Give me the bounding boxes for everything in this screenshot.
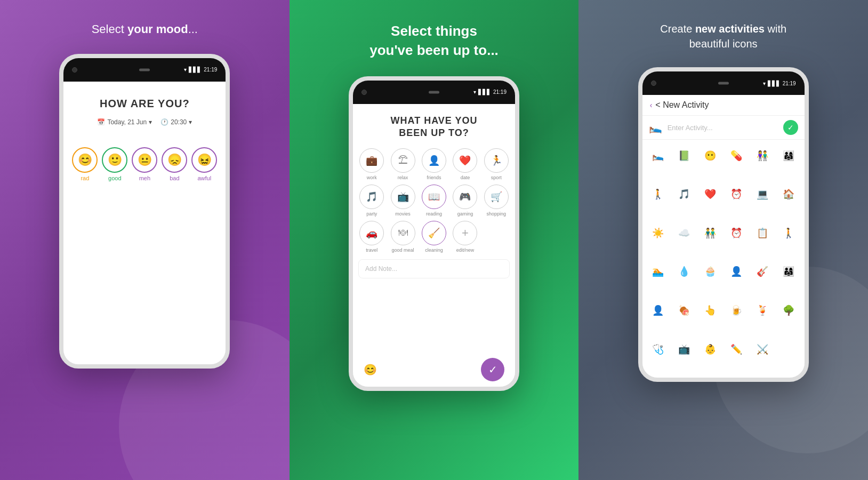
- activity-goodmeal[interactable]: 🍽 good meal: [389, 221, 416, 253]
- mood-emoji-row: 😊 rad 🙂 good 😐 meh 😞 bad: [72, 147, 217, 181]
- icon-music[interactable]: 🎵: [672, 182, 697, 207]
- activities-confirm-button[interactable]: ✓: [481, 358, 504, 381]
- activity-editnew[interactable]: + edit/new: [452, 221, 478, 253]
- mood-bad[interactable]: 😞 bad: [162, 147, 187, 181]
- icon-stethoscope[interactable]: 🩺: [646, 337, 671, 362]
- icon-couple[interactable]: 👫: [750, 143, 775, 168]
- activity-movies[interactable]: 📺 movies: [389, 185, 416, 217]
- activity-gaming[interactable]: 🎮 gaming: [452, 185, 478, 217]
- note-input[interactable]: Add Note...: [358, 259, 510, 278]
- mood-awful[interactable]: 😖 awful: [191, 147, 217, 181]
- icon-meat[interactable]: 🍖: [672, 298, 697, 323]
- activity-sport[interactable]: 🏃 sport: [483, 148, 510, 180]
- activity-friends[interactable]: 👤 friends: [421, 148, 447, 180]
- mood-rad[interactable]: 😊 rad: [72, 147, 98, 181]
- status-bar-2: ▾ ▋▋▋ 21:19: [473, 89, 507, 95]
- icon-alarm[interactable]: ⏰: [724, 182, 749, 207]
- mood-time[interactable]: 🕐 20:30 ▾: [160, 118, 192, 126]
- icon-guitar[interactable]: 🎸: [750, 259, 775, 284]
- activity-travel[interactable]: 🚗 travel: [358, 221, 385, 253]
- icon-family[interactable]: 👨‍👩‍👧: [776, 143, 801, 168]
- act-circle-cleaning[interactable]: 🧹: [422, 221, 446, 245]
- activity-input[interactable]: Enter Activity...: [668, 124, 778, 132]
- icon-user[interactable]: 👤: [646, 298, 671, 323]
- mood-meh[interactable]: 😐 meh: [132, 147, 157, 181]
- act-label-reading: reading: [426, 211, 442, 217]
- icon-pencil[interactable]: ✏️: [724, 337, 749, 362]
- wifi-icon-3: ▾: [763, 81, 766, 86]
- icon-neutral[interactable]: 😶: [698, 143, 723, 168]
- icon-home[interactable]: 🏠: [776, 182, 801, 207]
- panel3-heading-bold: new activities: [695, 23, 765, 35]
- panel3-heading: Create new activities withbeautiful icon…: [660, 21, 786, 51]
- icon-cupcake[interactable]: 🧁: [698, 259, 723, 284]
- act-circle-friends[interactable]: 👤: [422, 148, 446, 173]
- panel-mood: Select your mood... ▾ ▋▋▋ 21:19 HOW ARE …: [0, 0, 290, 480]
- act-circle-sport[interactable]: 🏃: [484, 148, 509, 173]
- icon-clock2[interactable]: ⏰: [724, 220, 749, 245]
- icon-tv[interactable]: 📺: [672, 337, 697, 362]
- emoji-rad[interactable]: 😊: [72, 147, 98, 173]
- activity-reading[interactable]: 📖 reading: [421, 185, 447, 217]
- activity-confirm-button[interactable]: ✓: [783, 120, 798, 135]
- back-button-3[interactable]: ‹: [650, 101, 653, 109]
- icon-family2[interactable]: 👨‍👩‍👧: [776, 259, 801, 284]
- activity-work[interactable]: 💼 work: [358, 148, 385, 180]
- icon-cocktail[interactable]: 🍹: [750, 298, 775, 323]
- act-circle-work[interactable]: 💼: [359, 148, 384, 173]
- act-label-party: party: [366, 211, 377, 217]
- icon-people[interactable]: 👬: [698, 220, 723, 245]
- icon-tree[interactable]: 🌳: [776, 298, 801, 323]
- panel-activities: Select things you've been up to... ▾ ▋▋▋…: [290, 0, 579, 480]
- activities-back-button[interactable]: 😊: [364, 363, 377, 376]
- icon-clipboard[interactable]: 📋: [750, 220, 775, 245]
- phone-screen-2: WHAT HAVE YOUBEEN UP TO? 💼 work ⛱ relax …: [353, 104, 515, 387]
- activity-date[interactable]: ❤️ date: [452, 148, 478, 180]
- icon-person[interactable]: 👤: [724, 259, 749, 284]
- act-circle-editnew[interactable]: +: [453, 221, 477, 245]
- icon-book[interactable]: 📗: [672, 143, 697, 168]
- act-circle-reading[interactable]: 📖: [422, 185, 446, 209]
- emoji-meh[interactable]: 😐: [132, 147, 157, 173]
- icon-cloud[interactable]: ☁️: [672, 220, 697, 245]
- icon-pill[interactable]: 💊: [724, 143, 749, 168]
- icon-sword[interactable]: ⚔️: [750, 337, 775, 362]
- act-label-editnew: edit/new: [456, 247, 475, 253]
- act-label-sport: sport: [491, 175, 502, 180]
- panel2-heading: Select things you've been up to...: [369, 21, 499, 60]
- new-activity-title: < New Activity: [655, 100, 709, 110]
- act-circle-travel[interactable]: 🚗: [359, 221, 384, 245]
- icon-beer[interactable]: 🍺: [724, 298, 749, 323]
- wifi-icon: ▾: [184, 67, 187, 73]
- activity-cleaning[interactable]: 🧹 cleaning: [421, 221, 447, 253]
- icon-heart[interactable]: ❤️: [698, 182, 723, 207]
- icon-walking[interactable]: 🚶: [646, 182, 671, 207]
- emoji-bad[interactable]: 😞: [162, 147, 187, 173]
- act-circle-date[interactable]: ❤️: [453, 148, 477, 173]
- icon-cursor[interactable]: 👆: [698, 298, 723, 323]
- icon-sun[interactable]: ☀️: [646, 220, 671, 245]
- mood-good[interactable]: 🙂 good: [102, 147, 127, 181]
- act-circle-movies[interactable]: 📺: [391, 185, 415, 209]
- icon-hike[interactable]: 🚶: [776, 220, 801, 245]
- act-circle-relax[interactable]: ⛱: [391, 148, 415, 173]
- act-circle-gaming[interactable]: 🎮: [453, 185, 477, 209]
- icon-baby[interactable]: 👶: [698, 337, 723, 362]
- icon-sleep[interactable]: 🛌: [646, 143, 671, 168]
- emoji-awful[interactable]: 😖: [191, 147, 217, 173]
- act-label-work: work: [367, 175, 377, 180]
- emoji-good[interactable]: 🙂: [102, 147, 127, 173]
- time-dropdown-icon: ▾: [189, 118, 192, 126]
- icon-swim[interactable]: 🏊: [646, 259, 671, 284]
- activity-party[interactable]: 🎵 party: [358, 185, 385, 217]
- act-circle-party[interactable]: 🎵: [359, 185, 384, 209]
- icon-drop[interactable]: 💧: [672, 259, 697, 284]
- icon-laptop[interactable]: 💻: [750, 182, 775, 207]
- activity-relax[interactable]: ⛱ relax: [389, 148, 416, 180]
- activity-shopping[interactable]: 🛒 shopping: [483, 185, 510, 217]
- new-activity-screen: ‹ < New Activity 🛌 Enter Activity... ✓ 🛌…: [642, 95, 805, 378]
- camera-2: [361, 90, 367, 95]
- act-circle-shopping[interactable]: 🛒: [484, 185, 509, 209]
- mood-date[interactable]: 📅 Today, 21 Jun ▾: [97, 118, 152, 126]
- act-circle-goodmeal[interactable]: 🍽: [391, 221, 415, 245]
